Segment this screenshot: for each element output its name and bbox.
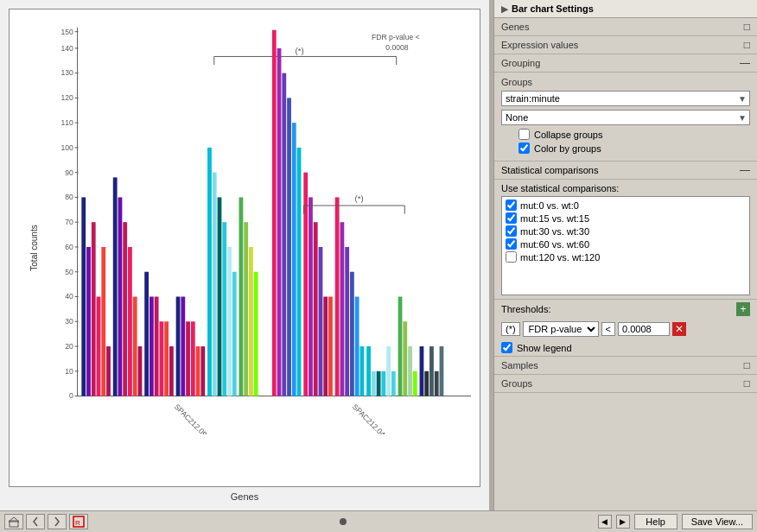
nav-left-button[interactable]: ◀ [598, 515, 612, 529]
samples-toggle[interactable]: □ [744, 359, 750, 371]
svg-text:120: 120 [60, 93, 73, 102]
svg-text:SPAC212.09c: SPAC212.09c [173, 402, 212, 434]
svg-rect-97 [391, 371, 396, 396]
threshold-value-input[interactable] [618, 322, 670, 336]
svg-rect-103 [424, 371, 429, 396]
stat-comp-section: Statistical comparisons — Use statistica… [494, 162, 757, 300]
thresholds-header: Thresholds: + [494, 300, 757, 319]
svg-text:10: 10 [65, 367, 73, 376]
threshold-row: (*) FDR p-value < ✕ [494, 319, 757, 339]
collapse-groups-row: Collapse groups [518, 129, 750, 140]
show-legend-label: Show legend [517, 343, 572, 353]
svg-rect-92 [366, 346, 371, 396]
samples-label: Samples [501, 360, 538, 370]
comparison-item: mut:120 vs. wt:120 [504, 250, 747, 263]
svg-rect-34 [81, 197, 86, 396]
tool-btn-4[interactable]: R [69, 514, 88, 529]
svg-rect-62 [227, 247, 232, 396]
groups-section-toggle[interactable]: □ [744, 377, 750, 390]
nav-right-button[interactable]: ▶ [616, 515, 630, 529]
svg-rect-90 [355, 297, 359, 396]
svg-rect-94 [377, 371, 381, 396]
svg-rect-105 [435, 371, 439, 396]
svg-rect-39 [106, 346, 111, 396]
svg-rect-99 [403, 321, 407, 396]
expression-values-toggle[interactable]: □ [744, 39, 750, 51]
grouping-toggle[interactable]: — [740, 57, 750, 69]
home-icon [8, 516, 20, 528]
threshold-type-select[interactable]: FDR p-value [523, 321, 599, 337]
groups-content: Groups strain:minute ▼ None ▼ Collapse g… [494, 73, 757, 162]
comparison-label-1: mut:15 vs. wt:15 [520, 213, 589, 224]
svg-text:(*): (*) [355, 193, 364, 203]
svg-rect-83 [319, 247, 323, 396]
svg-text:SPAC212.04c: SPAC212.04c [351, 402, 390, 434]
svg-text:110: 110 [60, 118, 73, 127]
groups-dropdown1[interactable]: strain:minute [501, 91, 750, 106]
svg-rect-65 [244, 222, 248, 396]
comparison-checkbox-4[interactable] [506, 251, 517, 263]
svg-text:90: 90 [65, 168, 73, 177]
svg-rect-53 [181, 297, 185, 396]
svg-rect-95 [381, 371, 385, 396]
comparison-checkbox-0[interactable] [506, 200, 517, 211]
panel-header: ▶ Bar chart Settings [494, 0, 757, 18]
svg-rect-54 [186, 321, 190, 396]
svg-rect-47 [149, 297, 154, 396]
color-by-groups-checkbox[interactable] [518, 142, 530, 154]
svg-text:0: 0 [69, 391, 73, 400]
bottom-right-controls: ◀ ▶ Help Save View... [598, 514, 753, 529]
svg-rect-81 [309, 197, 313, 396]
svg-rect-63 [232, 272, 237, 396]
svg-rect-77 [287, 98, 291, 396]
svg-rect-45 [138, 346, 143, 396]
genes-toggle[interactable]: □ [744, 21, 750, 33]
svg-rect-58 [207, 148, 212, 396]
svg-rect-67 [254, 272, 258, 396]
collapse-groups-checkbox[interactable] [518, 129, 530, 140]
svg-text:80: 80 [65, 193, 73, 201]
svg-text:20: 20 [65, 342, 73, 351]
svg-text:70: 70 [65, 218, 73, 226]
svg-rect-36 [92, 222, 96, 396]
svg-text:130: 130 [60, 68, 73, 77]
groups-dropdown2[interactable]: None [501, 110, 750, 125]
genes-section-row: Genes □ [494, 18, 757, 36]
svg-rect-37 [97, 297, 101, 396]
show-legend-checkbox[interactable] [501, 342, 512, 353]
threshold-tag: (*) [501, 322, 520, 336]
svg-rect-60 [218, 197, 222, 396]
bottom-toolbar: R [4, 514, 88, 529]
svg-rect-49 [159, 321, 163, 396]
stat-comp-toggle[interactable]: — [740, 164, 750, 176]
svg-text:140: 140 [60, 44, 73, 53]
comparison-label-2: mut:30 vs. wt:30 [520, 226, 589, 237]
svg-rect-89 [350, 272, 354, 396]
add-threshold-button[interactable]: + [736, 302, 750, 316]
tool-btn-2[interactable] [26, 514, 45, 529]
svg-rect-82 [314, 222, 318, 396]
svg-rect-75 [277, 48, 282, 396]
panel-arrow-icon: ▶ [501, 4, 508, 14]
svg-rect-96 [386, 346, 391, 396]
comparison-checkbox-3[interactable] [506, 238, 517, 250]
svg-rect-87 [340, 222, 345, 396]
help-button[interactable]: Help [634, 514, 677, 529]
tool-btn-3[interactable] [48, 514, 67, 529]
bottom-bar: R ◀ ▶ Help Save View... [0, 510, 757, 532]
svg-rect-57 [200, 346, 205, 396]
forward-icon [51, 516, 63, 528]
svg-rect-61 [222, 222, 226, 396]
svg-rect-78 [292, 123, 296, 396]
comparison-checkbox-2[interactable] [506, 225, 517, 237]
tool-btn-1[interactable] [4, 514, 23, 529]
comparison-checkbox-1[interactable] [506, 212, 517, 224]
svg-text:100: 100 [60, 143, 73, 152]
save-view-button[interactable]: Save View... [682, 514, 753, 529]
groups-section-label: Groups [501, 378, 532, 389]
expression-values-section-row: Expression values □ [494, 36, 757, 54]
svg-rect-91 [360, 346, 365, 396]
svg-text:40: 40 [65, 292, 73, 301]
remove-threshold-button[interactable]: ✕ [672, 322, 686, 336]
svg-rect-50 [164, 321, 169, 396]
